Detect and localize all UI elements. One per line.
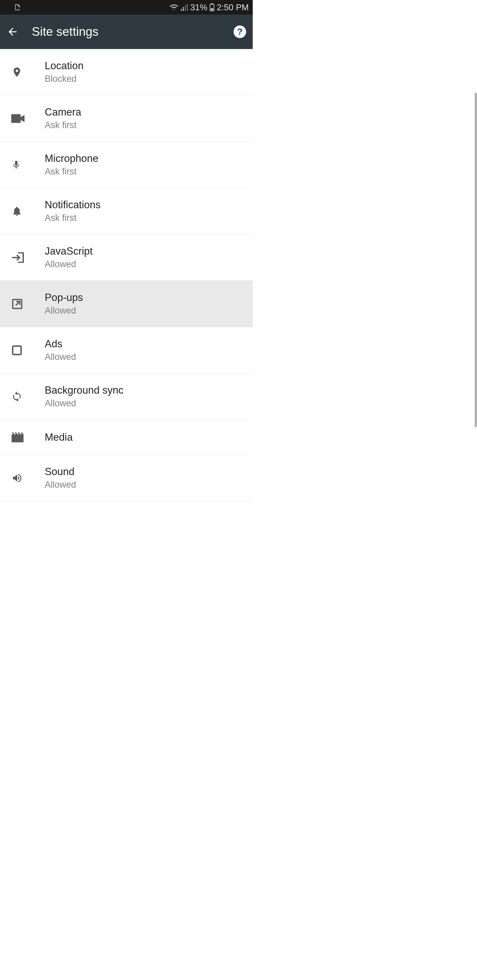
- app-bar: Site settings ?: [0, 14, 253, 49]
- svg-rect-4: [13, 346, 21, 355]
- setting-sub: Ask first: [45, 120, 246, 130]
- speaker-icon: [6, 473, 45, 484]
- status-bar: 31% 2:50 PM: [0, 0, 253, 14]
- setting-row-camera[interactable]: Camera Ask first: [0, 95, 253, 142]
- microphone-icon: [6, 159, 45, 171]
- setting-sub: Ask first: [45, 213, 246, 223]
- back-button[interactable]: [6, 26, 19, 38]
- svg-rect-2: [211, 8, 213, 10]
- setting-row-javascript[interactable]: JavaScript Allowed: [0, 234, 253, 281]
- setting-sub: Allowed: [45, 259, 246, 269]
- svg-rect-1: [211, 3, 213, 4]
- settings-list: Location Blocked Camera Ask first Microp…: [0, 49, 253, 501]
- setting-sub: Allowed: [45, 352, 246, 362]
- setting-title: Notifications: [45, 199, 246, 211]
- setting-title: Background sync: [45, 384, 246, 396]
- setting-title: Location: [45, 60, 246, 72]
- setting-row-background-sync[interactable]: Background sync Allowed: [0, 374, 253, 420]
- setting-title: Pop-ups: [45, 292, 246, 304]
- sync-icon: [6, 391, 45, 402]
- setting-row-ads[interactable]: Ads Allowed: [0, 327, 253, 374]
- clapperboard-icon: [6, 433, 45, 442]
- help-icon: ?: [237, 27, 242, 37]
- setting-title: Ads: [45, 338, 246, 350]
- cellular-icon: [180, 4, 188, 11]
- setting-row-media[interactable]: Media: [0, 420, 253, 455]
- setting-row-notifications[interactable]: Notifications Ask first: [0, 188, 253, 234]
- setting-title: Sound: [45, 466, 246, 478]
- doc-cancel-icon: [14, 4, 21, 11]
- setting-row-sound[interactable]: Sound Allowed: [0, 455, 253, 501]
- open-external-icon: [6, 298, 45, 310]
- setting-title: JavaScript: [45, 245, 246, 257]
- setting-sub: Blocked: [45, 74, 246, 84]
- setting-sub: Allowed: [45, 480, 246, 490]
- setting-title: Camera: [45, 106, 246, 118]
- status-time: 2:50 PM: [217, 2, 249, 13]
- wifi-icon: [170, 4, 178, 11]
- status-left: [4, 4, 21, 11]
- battery-pct: 31%: [190, 2, 207, 13]
- setting-sub: Allowed: [45, 398, 246, 409]
- square-icon: [6, 345, 45, 356]
- arrow-in-box-icon: [6, 252, 45, 263]
- battery-icon: [209, 3, 215, 11]
- setting-row-microphone[interactable]: Microphone Ask first: [0, 142, 253, 188]
- camera-icon: [6, 114, 45, 123]
- setting-sub: Allowed: [45, 305, 246, 316]
- location-pin-icon: [6, 65, 45, 79]
- setting-sub: Ask first: [45, 167, 246, 177]
- setting-title: Microphone: [45, 153, 246, 165]
- setting-row-popups[interactable]: Pop-ups Allowed: [0, 281, 253, 327]
- help-button[interactable]: ?: [233, 25, 246, 38]
- arrow-left-icon: [6, 26, 19, 38]
- page-title: Site settings: [32, 25, 220, 39]
- status-right: 31% 2:50 PM: [170, 2, 249, 13]
- setting-title: Media: [45, 431, 246, 443]
- setting-row-location[interactable]: Location Blocked: [0, 49, 253, 95]
- bell-icon: [6, 205, 45, 218]
